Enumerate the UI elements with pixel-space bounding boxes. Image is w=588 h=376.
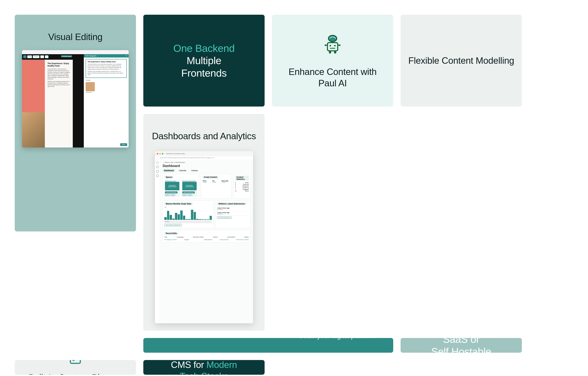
- ideal-l1c: CMS for: [171, 360, 206, 370]
- flex-title: Flexible Content Modelling: [408, 55, 514, 66]
- toolbar-add[interactable]: ＋: [40, 55, 44, 58]
- space-card[interactable]: Greenbowl Barcelona Präsidenten Oktoberf…: [181, 180, 197, 197]
- recent-edits-panel: Recent Edits TitleLanguage Workflow Stat…: [163, 230, 251, 242]
- image-thumbnail[interactable]: [86, 82, 95, 91]
- page-preview: The Experience: Enjoy healthy food The G…: [22, 60, 73, 147]
- dashboard-screenshot: Dashboard | NodeHive Head... greenbowl.n…: [155, 151, 253, 324]
- food-image: [22, 112, 45, 147]
- bar-chart: [164, 208, 212, 221]
- card-saas: SaaS or Self Hostable: [400, 338, 522, 353]
- toolbar-open[interactable]: ↗: [45, 55, 49, 58]
- browser-tab-title: Dashboard | NodeHive Head...: [166, 153, 186, 155]
- svg-point-3: [329, 45, 331, 46]
- toolbar-edit[interactable]: Edit: [27, 55, 32, 58]
- tab-kanban[interactable]: Kanban: [190, 169, 199, 172]
- card-nodehive-center: NodeHive Scale your digital platform.: [143, 338, 393, 353]
- tab-dashboard[interactable]: Dashboard: [163, 169, 175, 172]
- save-button[interactable]: Save: [120, 143, 127, 146]
- images-label: Images: [86, 79, 127, 81]
- card-flexible-content: Flexible Content Modelling: [400, 15, 522, 106]
- calendar-icon: [69, 360, 82, 366]
- create-content-panel: Create Content EventCreate JobCreate Bas…: [201, 174, 231, 198]
- planner-title: Built-In Content Planner: [29, 372, 122, 375]
- card-content-planner: Built-In Content Planner: [15, 360, 136, 375]
- backend-line2a: Multiple: [173, 54, 235, 67]
- chart-month: July 2024: [164, 221, 212, 223]
- close-icon[interactable]: ✕: [126, 55, 127, 57]
- space-dashboard-button[interactable]: Space Dashboard: [165, 191, 178, 193]
- card-visual-editing: Visual Editing ✎ Edit Section ＋ ↗ Publis…: [15, 15, 136, 231]
- logo-icon[interactable]: [156, 161, 158, 164]
- url-bar[interactable]: greenbowl.nodehive.app/xyz/xyz/content/x…: [158, 157, 251, 159]
- backend-line1: One Backend: [173, 42, 235, 54]
- card-one-backend: One Backend Multiple Frontends: [143, 15, 265, 106]
- edit-text-field[interactable]: The Experience: Enjoy healthy food The G…: [86, 59, 127, 78]
- robot-icon: [320, 32, 346, 59]
- backend-line2b: Frontends: [173, 67, 235, 79]
- card-paul-ai: Enhance Content with Paul AI: [272, 15, 393, 106]
- nav-icon[interactable]: [156, 175, 158, 177]
- toolbar-edit-icon[interactable]: ✎: [23, 55, 26, 58]
- svg-rect-11: [334, 51, 336, 53]
- table-row[interactable]: Frontpage LucerneEnglish nestoradmin 1 d…: [164, 239, 249, 241]
- page-title: Dashboard: [163, 164, 251, 168]
- svg-point-7: [325, 44, 326, 46]
- svg-rect-10: [329, 51, 331, 53]
- svg-rect-13: [70, 360, 80, 363]
- published-badge: Published page: [61, 55, 72, 57]
- dashboard-tabs: Dashboard Calendar Kanban: [163, 169, 251, 172]
- webform-panel: Webform: Latest Submissions 1 day 2 hour…: [215, 201, 251, 228]
- saas-line1: SaaS or: [431, 338, 491, 345]
- svg-point-9: [339, 44, 340, 46]
- breadcrumb[interactable]: ← Back to site / Administration: [163, 161, 251, 163]
- dash-title: Dashboards and Analytics: [152, 130, 256, 142]
- brand-tagline: Scale your digital platform.: [299, 338, 377, 340]
- svg-rect-17: [73, 360, 75, 361]
- visual-title: Visual Editing: [48, 31, 102, 43]
- svg-point-4: [334, 45, 336, 46]
- spaces-panel: Spaces Greenbowl Luzern Präsidenten Okto…: [163, 174, 199, 198]
- edit-panel: Edit Paragraph✕ The Experience: Enjoy he…: [84, 54, 129, 147]
- content-stats-panel: Content Statistics 0Nodes 0Taxonomy 4Med…: [233, 174, 251, 198]
- space-card[interactable]: Greenbowl Luzern Präsidenten Oktoberfest…: [164, 180, 180, 197]
- edit-panel-title: Edit Paragraph: [85, 55, 96, 57]
- visual-editing-screenshot: ✎ Edit Section ＋ ↗ Published page The Ex…: [22, 50, 129, 147]
- open-matomo-button[interactable]: Open Matomo Dashboard: [164, 224, 182, 226]
- saas-line2: Self Hostable: [431, 345, 491, 353]
- space-dashboard-button[interactable]: Space Dashboard: [182, 191, 195, 193]
- ideal-l2a: Modern: [206, 360, 237, 370]
- view-submissions-button[interactable]: View All Submissions: [217, 216, 232, 219]
- nav-icon[interactable]: [156, 166, 158, 168]
- page-hero-title: The Experience: Enjoy healthy food: [47, 62, 70, 67]
- ideal-l2b: Tech Stacks: [180, 371, 228, 375]
- nav-icon[interactable]: [156, 170, 158, 172]
- field-title: The Experience: Enjoy healthy food: [87, 61, 125, 63]
- sidebar: [155, 160, 160, 324]
- matomo-graph-panel: Matomo Monthly Graph Stats 100 July 2024: [163, 201, 213, 228]
- tab-calendar[interactable]: Calendar: [177, 169, 188, 172]
- toolbar-section[interactable]: Section: [33, 55, 40, 58]
- page-hero-body2: Whether you're enjoying a casual lunch o…: [47, 81, 70, 87]
- ai-title: Enhance Content with Paul AI: [279, 66, 386, 89]
- card-dashboards: Dashboards and Analytics Dashboard | Nod…: [143, 114, 265, 331]
- card-ideal-cms: The Ideal Open Source Headless CMS for M…: [143, 360, 265, 375]
- svg-rect-0: [327, 43, 338, 51]
- page-hero-body1: The Green Bowl is more than just a resta…: [47, 68, 70, 80]
- visual-toolbar[interactable]: ✎ Edit Section ＋ ↗: [23, 55, 49, 58]
